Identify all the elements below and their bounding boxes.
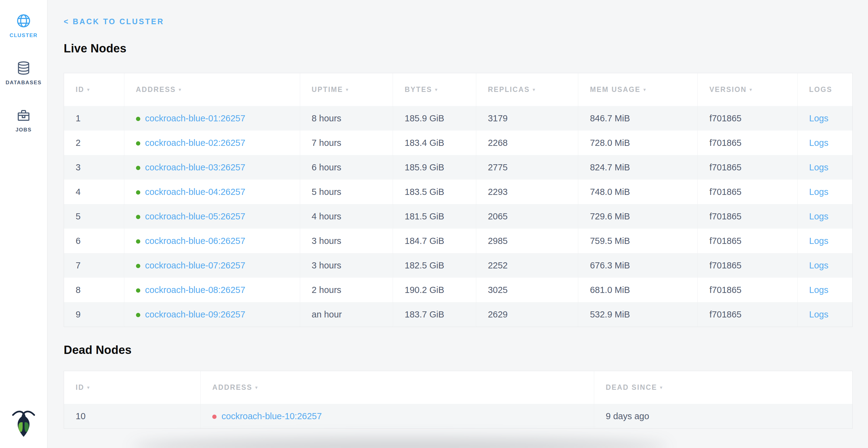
node-id-cell: 6 (64, 229, 124, 253)
node-address-link[interactable]: cockroach-blue-04:26257 (145, 187, 245, 197)
table-row: 8 cockroach-blue-08:26257 2 hours 190.2 … (64, 278, 852, 302)
live-status-dot-icon (136, 215, 140, 219)
node-address-link[interactable]: cockroach-blue-09:26257 (145, 309, 245, 319)
node-mem-usage-cell: 824.7 MiB (578, 155, 698, 180)
table-row: 2 cockroach-blue-02:26257 7 hours 183.4 … (64, 130, 852, 155)
node-replicas-cell: 2268 (476, 130, 578, 155)
sidebar: CLUSTER DATABASES (0, 0, 48, 448)
node-uptime-cell: 7 hours (300, 130, 393, 155)
node-version-cell: f701865 (698, 106, 797, 130)
live-status-dot-icon (136, 117, 140, 121)
sidebar-item-label: DATABASES (5, 80, 42, 86)
logs-link[interactable]: Logs (809, 309, 829, 319)
node-mem-usage-cell: 846.7 MiB (578, 106, 698, 130)
node-logs-cell: Logs (797, 130, 852, 155)
node-address-cell: cockroach-blue-05:26257 (124, 204, 300, 229)
node-address-link[interactable]: cockroach-blue-05:26257 (145, 211, 245, 221)
column-header-id[interactable]: ID▾ (64, 73, 124, 106)
column-header-label: ID (76, 86, 84, 93)
node-bytes-cell: 185.9 GiB (393, 155, 476, 180)
logs-link[interactable]: Logs (809, 285, 829, 295)
node-version-cell: f701865 (698, 229, 797, 253)
globe-icon (16, 13, 32, 29)
node-bytes-cell: 190.2 GiB (393, 278, 476, 302)
node-bytes-cell: 182.5 GiB (393, 253, 476, 278)
node-address-link[interactable]: cockroach-blue-01:26257 (145, 113, 245, 123)
table-row: 10 cockroach-blue-10:26257 9 days ago (64, 404, 852, 428)
node-address-link[interactable]: cockroach-blue-10:26257 (221, 411, 321, 421)
live-status-dot-icon (136, 313, 140, 317)
column-header-address[interactable]: ADDRESS▾ (200, 371, 594, 404)
column-header-id[interactable]: ID▾ (64, 371, 200, 404)
node-replicas-cell: 3025 (476, 278, 578, 302)
node-version-cell: f701865 (698, 253, 797, 278)
node-address-cell: cockroach-blue-09:26257 (124, 302, 300, 327)
sidebar-item-jobs[interactable]: JOBS (0, 103, 47, 137)
node-address-cell: cockroach-blue-03:26257 (124, 155, 300, 180)
node-replicas-cell: 2629 (476, 302, 578, 327)
logs-link[interactable]: Logs (809, 113, 829, 123)
column-header-replicas[interactable]: REPLICAS▾ (476, 73, 578, 106)
node-mem-usage-cell: 759.5 MiB (578, 229, 698, 253)
column-header-version[interactable]: VERSION▾ (698, 73, 797, 106)
main-content: < BACK TO CLUSTER Live Nodes ID▾ ADDRESS… (48, 0, 868, 448)
column-header-mem-usage[interactable]: MEM USAGE▾ (578, 73, 698, 106)
logs-link[interactable]: Logs (809, 162, 829, 172)
node-logs-cell: Logs (797, 253, 852, 278)
sidebar-nav: CLUSTER DATABASES (0, 0, 47, 137)
column-header-address[interactable]: ADDRESS▾ (124, 73, 300, 106)
node-address-cell: cockroach-blue-08:26257 (124, 278, 300, 302)
node-bytes-cell: 183.5 GiB (393, 180, 476, 204)
table-row: 1 cockroach-blue-01:26257 8 hours 185.9 … (64, 106, 852, 130)
node-uptime-cell: 3 hours (300, 253, 393, 278)
sort-arrow-icon: ▾ (87, 385, 89, 390)
node-mem-usage-cell: 681.0 MiB (578, 278, 698, 302)
sidebar-item-cluster[interactable]: CLUSTER (0, 9, 47, 42)
logs-link[interactable]: Logs (809, 187, 829, 197)
column-header-uptime[interactable]: UPTIME▾ (300, 73, 393, 106)
node-id-cell: 8 (64, 278, 124, 302)
column-header-bytes[interactable]: BYTES▾ (393, 73, 476, 106)
node-address-link[interactable]: cockroach-blue-08:26257 (145, 285, 245, 295)
live-nodes-title: Live Nodes (64, 42, 853, 55)
node-mem-usage-cell: 676.3 MiB (578, 253, 698, 278)
column-header-label: MEM USAGE (590, 86, 641, 93)
table-row: 9 cockroach-blue-09:26257 an hour 183.7 … (64, 302, 852, 327)
column-header-label: UPTIME (312, 86, 343, 93)
column-header-label: DEAD SINCE (606, 383, 657, 391)
node-address-link[interactable]: cockroach-blue-03:26257 (145, 162, 245, 172)
logs-link[interactable]: Logs (809, 261, 829, 270)
node-address-link[interactable]: cockroach-blue-02:26257 (145, 138, 245, 148)
table-row: 3 cockroach-blue-03:26257 6 hours 185.9 … (64, 155, 852, 180)
node-version-cell: f701865 (698, 130, 797, 155)
live-status-dot-icon (136, 141, 140, 146)
node-replicas-cell: 2775 (476, 155, 578, 180)
node-logs-cell: Logs (797, 180, 852, 204)
node-address-link[interactable]: cockroach-blue-06:26257 (145, 236, 245, 246)
node-id-cell: 4 (64, 180, 124, 204)
node-id-cell: 9 (64, 302, 124, 327)
column-header-label: LOGS (809, 86, 833, 93)
column-header-dead-since[interactable]: DEAD SINCE▾ (594, 371, 852, 404)
node-logs-cell: Logs (797, 278, 852, 302)
cockroachdb-logo-icon (11, 409, 36, 439)
back-to-cluster-link[interactable]: < BACK TO CLUSTER (64, 17, 164, 26)
node-uptime-cell: 4 hours (300, 204, 393, 229)
sort-arrow-icon: ▾ (179, 87, 181, 93)
sort-arrow-icon: ▾ (749, 87, 752, 93)
sidebar-item-databases[interactable]: DATABASES (0, 56, 47, 89)
logs-link[interactable]: Logs (809, 211, 829, 221)
node-uptime-cell: 6 hours (300, 155, 393, 180)
node-version-cell: f701865 (698, 302, 797, 327)
node-address-cell: cockroach-blue-06:26257 (124, 229, 300, 253)
node-address-cell: cockroach-blue-10:26257 (200, 404, 594, 428)
logs-link[interactable]: Logs (809, 138, 829, 148)
node-id-cell: 7 (64, 253, 124, 278)
node-id-cell: 10 (64, 404, 200, 428)
node-replicas-cell: 2293 (476, 180, 578, 204)
logs-link[interactable]: Logs (809, 236, 829, 246)
live-status-dot-icon (136, 190, 140, 195)
node-address-link[interactable]: cockroach-blue-07:26257 (145, 261, 245, 270)
node-address-cell: cockroach-blue-04:26257 (124, 180, 300, 204)
node-uptime-cell: 2 hours (300, 278, 393, 302)
